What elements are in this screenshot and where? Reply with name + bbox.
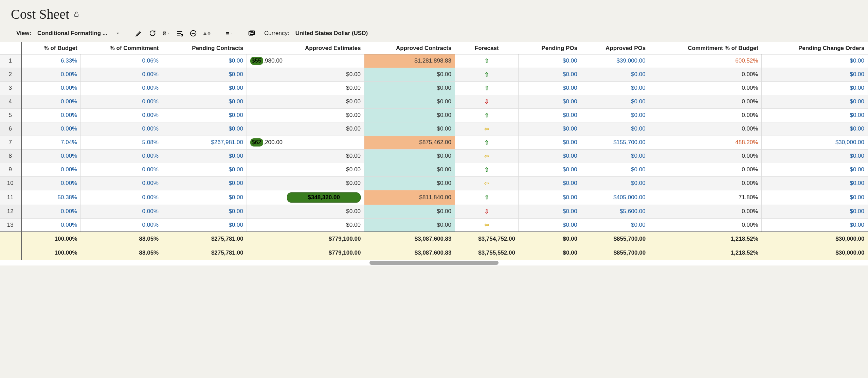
cell[interactable]: 0.00% — [81, 108, 162, 122]
cell[interactable]: 0.00% — [21, 205, 81, 218]
cell[interactable]: $0.00 — [162, 176, 247, 190]
cell[interactable]: $267,981.00 — [162, 136, 247, 149]
cell[interactable]: $0.00 — [247, 163, 364, 176]
table-row[interactable]: 20.00%0.00%$0.00$0.00$0.00⇧$0.00$0.000.0… — [0, 68, 868, 81]
cell[interactable]: 0.00% — [649, 108, 762, 122]
forecast-indicator[interactable]: ⇧ — [455, 190, 518, 205]
cell[interactable]: 600.52% — [649, 54, 762, 68]
column-header[interactable]: Pending POs — [519, 42, 581, 54]
cell[interactable]: $0.00 — [519, 163, 581, 176]
cell[interactable]: 0.00% — [81, 122, 162, 136]
cell[interactable]: 5.08% — [81, 136, 162, 149]
cell[interactable]: $155,700.00 — [581, 136, 649, 149]
cell[interactable]: $30,000.00 — [762, 136, 868, 149]
cell[interactable]: $0.00 — [762, 190, 868, 205]
cell[interactable]: $0.00 — [162, 81, 247, 95]
cell[interactable]: $0.00 — [762, 95, 868, 108]
cell[interactable]: $39,000.00 — [581, 54, 649, 68]
cell[interactable]: 0.00% — [649, 95, 762, 108]
cell[interactable]: $0.00 — [519, 108, 581, 122]
cell[interactable]: $348,320.00 — [247, 190, 364, 205]
cell[interactable]: $0.00 — [762, 218, 868, 232]
cell[interactable]: $0.00 — [247, 81, 364, 95]
cell[interactable]: $0.00 — [581, 108, 649, 122]
cell[interactable]: 0.00% — [81, 163, 162, 176]
column-header[interactable]: % of Commitment — [81, 42, 162, 54]
table-row[interactable]: 100.00%0.00%$0.00$0.00$0.00⇦$0.00$0.000.… — [0, 176, 868, 190]
cell[interactable]: $0.00 — [162, 54, 247, 68]
cell[interactable]: $0.00 — [364, 205, 455, 218]
currency-icon[interactable] — [248, 30, 255, 37]
cell[interactable]: 0.00% — [21, 163, 81, 176]
cell[interactable]: $0.00 — [519, 176, 581, 190]
cell[interactable]: $0.00 — [581, 218, 649, 232]
cell[interactable]: 0.00% — [649, 149, 762, 163]
cell[interactable]: $811,840.00 — [364, 190, 455, 205]
cell[interactable]: $0.00 — [364, 163, 455, 176]
forecast-indicator[interactable]: ⇧ — [455, 163, 518, 176]
cell[interactable]: 0.00% — [21, 108, 81, 122]
forecast-indicator[interactable]: ⇦ — [455, 122, 518, 136]
cell[interactable]: $0.00 — [519, 81, 581, 95]
cell[interactable]: $0.00 — [762, 108, 868, 122]
cell[interactable]: $0.00 — [581, 176, 649, 190]
cell[interactable]: 0.00% — [649, 205, 762, 218]
cell[interactable]: $0.00 — [162, 190, 247, 205]
cell[interactable]: $0.00 — [364, 122, 455, 136]
cell[interactable]: $0.00 — [581, 163, 649, 176]
cell[interactable]: $0.00 — [162, 68, 247, 81]
cell[interactable]: $0.00 — [247, 176, 364, 190]
cell[interactable]: $0.00 — [519, 218, 581, 232]
cell[interactable]: $0.00 — [762, 205, 868, 218]
horizontal-scrollbar[interactable] — [369, 261, 499, 265]
cell[interactable]: $0.00 — [519, 54, 581, 68]
cell[interactable]: $0.00 — [162, 218, 247, 232]
table-row[interactable]: 16.33%0.06%$0.00$55,980.00$1,281,898.83⇧… — [0, 54, 868, 68]
forecast-indicator[interactable]: ⇦ — [455, 149, 518, 163]
cell[interactable]: $55,980.00 — [247, 54, 364, 68]
cell[interactable]: 0.00% — [649, 176, 762, 190]
table-row[interactable]: 1150.38%0.00%$0.00$348,320.00$811,840.00… — [0, 190, 868, 205]
cell[interactable]: $0.00 — [581, 68, 649, 81]
column-header[interactable]: Forecast — [455, 42, 518, 54]
cell[interactable]: 488.20% — [649, 136, 762, 149]
cell[interactable]: $1,281,898.83 — [364, 54, 455, 68]
cell[interactable]: $0.00 — [162, 122, 247, 136]
cell[interactable]: 0.00% — [81, 205, 162, 218]
forecast-indicator[interactable]: ⇧ — [455, 136, 518, 149]
cell[interactable]: $0.00 — [364, 95, 455, 108]
forecast-indicator[interactable]: ⇦ — [455, 176, 518, 190]
view-dropdown[interactable]: Conditional Formatting ... — [37, 30, 120, 37]
cell[interactable]: 0.06% — [81, 54, 162, 68]
cell[interactable]: $0.00 — [162, 149, 247, 163]
cell[interactable]: $405,000.00 — [581, 190, 649, 205]
cell[interactable]: $0.00 — [762, 163, 868, 176]
cell[interactable]: 71.80% — [649, 190, 762, 205]
cell[interactable]: $0.00 — [581, 149, 649, 163]
cell[interactable]: 0.00% — [649, 81, 762, 95]
filter-icon[interactable] — [176, 30, 183, 37]
cell[interactable]: $0.00 — [364, 176, 455, 190]
cell[interactable]: $0.00 — [364, 218, 455, 232]
cell[interactable]: 0.00% — [21, 176, 81, 190]
cell[interactable]: 0.00% — [81, 68, 162, 81]
cell[interactable]: $875,462.00 — [364, 136, 455, 149]
cell[interactable]: $0.00 — [247, 149, 364, 163]
cell[interactable]: 0.00% — [81, 190, 162, 205]
table-row[interactable]: 80.00%0.00%$0.00$0.00$0.00⇦$0.00$0.000.0… — [0, 149, 868, 163]
cell[interactable]: $0.00 — [762, 68, 868, 81]
column-header[interactable]: Approved Estimates — [247, 42, 364, 54]
column-header[interactable]: Pending Change Orders — [762, 42, 868, 54]
cell[interactable]: 0.00% — [81, 218, 162, 232]
cell[interactable]: 7.04% — [21, 136, 81, 149]
column-header[interactable]: Pending Contracts — [162, 42, 247, 54]
cell[interactable]: $0.00 — [364, 68, 455, 81]
cell[interactable]: $0.00 — [581, 122, 649, 136]
cell[interactable]: $0.00 — [581, 95, 649, 108]
cell[interactable]: 0.00% — [21, 122, 81, 136]
forecast-indicator[interactable]: ⇧ — [455, 81, 518, 95]
edit-icon[interactable] — [135, 30, 143, 37]
cell[interactable]: 6.33% — [21, 54, 81, 68]
cell[interactable]: $0.00 — [364, 108, 455, 122]
cell[interactable]: $0.00 — [519, 122, 581, 136]
